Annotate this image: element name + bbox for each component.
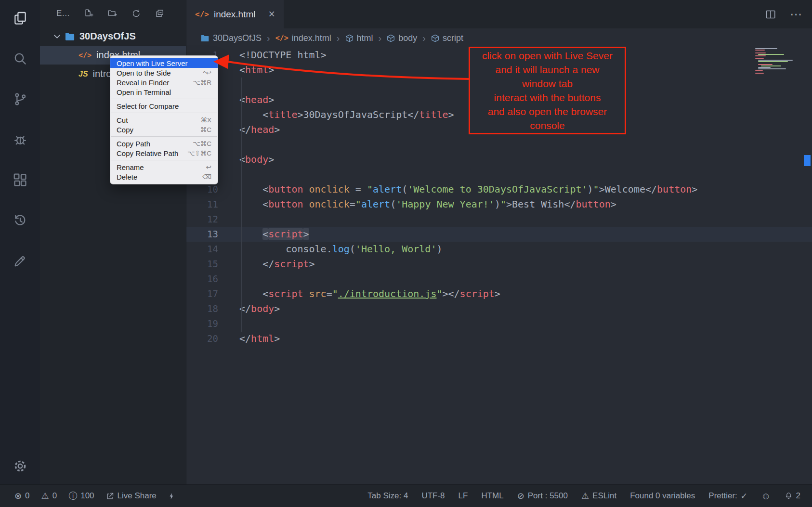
- line-number: 11: [186, 197, 239, 212]
- minimap-line: [755, 55, 766, 56]
- warnings-indicator[interactable]: ⚠ 0: [41, 491, 57, 501]
- info-indicator[interactable]: ⓘ 100: [68, 491, 94, 501]
- html-file-icon: </>: [195, 10, 209, 19]
- code-line-7[interactable]: 7: [186, 137, 812, 152]
- code-line-8[interactable]: 8<body>: [186, 152, 812, 167]
- annotation-line: console: [482, 118, 613, 132]
- eol-indicator[interactable]: LF: [458, 491, 468, 501]
- port-icon: ⊘: [517, 492, 524, 500]
- live-share-button[interactable]: Live Share: [106, 491, 157, 501]
- code-line-11[interactable]: 11 <button onclick="alert('Happy New Yea…: [186, 197, 812, 212]
- minimap[interactable]: [755, 48, 799, 74]
- root-folder-label: 30DaysOfJS: [79, 31, 136, 42]
- menu-separator: [111, 113, 217, 113]
- line-number: 13: [186, 227, 239, 242]
- minimap-line: [758, 68, 786, 69]
- split-editor-icon[interactable]: [765, 9, 776, 20]
- minimap-line: [758, 61, 788, 62]
- menu-item-copy-relative-path[interactable]: Copy Relative Path⌥⇧⌘C: [110, 148, 218, 158]
- eslint-indicator[interactable]: ⚠ ESLint: [581, 491, 616, 501]
- settings-gear-icon[interactable]: [10, 455, 31, 477]
- html-file-icon: </>: [275, 34, 288, 42]
- breadcrumb-item-body[interactable]: body: [387, 33, 417, 43]
- tab-size-indicator[interactable]: Tab Size: 4: [367, 491, 408, 501]
- minimap-line: [755, 73, 764, 74]
- code-line-18[interactable]: 18</body>: [186, 301, 812, 316]
- annotation-text: click on open with Live Severand it will…: [482, 49, 613, 132]
- port-indicator[interactable]: ⊘ Port : 5500: [517, 491, 568, 501]
- feedback-smiley[interactable]: ☺: [761, 491, 771, 501]
- tab-index-html[interactable]: </> index.html ×: [186, 0, 284, 28]
- code-line-12[interactable]: 12: [186, 212, 812, 227]
- search-icon[interactable]: [10, 48, 31, 69]
- menu-item-open-with-live-server[interactable]: Open with Live Server: [110, 58, 218, 68]
- line-number: 14: [186, 242, 239, 257]
- code-line-9[interactable]: 9: [186, 167, 812, 182]
- refresh-icon[interactable]: [131, 9, 141, 18]
- code-line-20[interactable]: 20</html>: [186, 331, 812, 346]
- folder-icon: [201, 35, 210, 42]
- edit-session-icon[interactable]: [10, 250, 31, 272]
- new-file-icon[interactable]: [84, 9, 93, 18]
- context-menu: Open with Live ServerOpen to the Side^↩R…: [110, 55, 218, 184]
- minimap-line: [758, 54, 784, 55]
- chevron-right-icon: ›: [337, 33, 340, 44]
- minimap-line: [755, 50, 765, 51]
- line-number: 16: [186, 272, 239, 286]
- tab-bar: </> index.html × ⋯: [186, 0, 812, 28]
- line-number: 17: [186, 286, 239, 301]
- collapse-all-icon[interactable]: [155, 9, 164, 18]
- menu-item-open-in-terminal[interactable]: Open in Terminal: [110, 87, 218, 97]
- errors-indicator[interactable]: ⊗ 0: [14, 491, 30, 501]
- html-file-icon: </>: [79, 51, 92, 60]
- chevron-right-icon: ›: [267, 33, 270, 44]
- menu-item-rename[interactable]: Rename↩: [110, 162, 218, 172]
- source-control-icon[interactable]: [10, 89, 31, 110]
- line-number: 20: [186, 331, 239, 346]
- line-number: 18: [186, 301, 239, 316]
- error-icon: ⊗: [14, 492, 22, 500]
- chevron-down-icon: [53, 34, 61, 39]
- menu-item-open-to-the-side[interactable]: Open to the Side^↩: [110, 68, 218, 78]
- close-icon[interactable]: ×: [269, 9, 275, 20]
- new-folder-icon[interactable]: [107, 9, 117, 18]
- minimap-line: [755, 58, 764, 59]
- sidebar-item-root-folder[interactable]: 30DaysOfJS: [40, 27, 186, 46]
- prettier-indicator[interactable]: Prettier: ✓: [708, 491, 747, 501]
- more-actions-icon[interactable]: ⋯: [790, 7, 802, 21]
- code-line-17[interactable]: 17 <script src="./introduction.js"></scr…: [186, 286, 812, 301]
- notifications-bell[interactable]: 2: [785, 491, 800, 501]
- minimap-line: [761, 65, 781, 66]
- explorer-icon[interactable]: [10, 8, 31, 29]
- variables-indicator[interactable]: Found 0 variables: [630, 491, 695, 501]
- code-line-13[interactable]: 13 <script>: [186, 227, 812, 242]
- breadcrumb-item-folder[interactable]: 30DaysOfJS: [201, 33, 262, 43]
- breadcrumb-item-html[interactable]: html: [345, 33, 373, 43]
- code-line-10[interactable]: 10 <button onclick = "alert('Welcome to …: [186, 182, 812, 197]
- menu-item-select-for-compare[interactable]: Select for Compare: [110, 101, 218, 111]
- minimap-line: [758, 60, 793, 61]
- debug-icon[interactable]: [10, 129, 31, 150]
- activity-bar: [0, 0, 40, 484]
- bolt-button[interactable]: [168, 492, 175, 501]
- breadcrumb-item-script[interactable]: script: [431, 33, 463, 43]
- breadcrumb-item-file[interactable]: </> index.html: [275, 33, 331, 43]
- bell-icon: [785, 492, 793, 500]
- code-line-14[interactable]: 14 console.log('Hello, World'): [186, 242, 812, 257]
- annotation-line: and also open the browser: [482, 104, 613, 118]
- menu-item-cut[interactable]: Cut⌘X: [110, 115, 218, 125]
- line-number: 19: [186, 316, 239, 331]
- menu-item-copy[interactable]: Copy⌘C: [110, 125, 218, 134]
- menu-item-copy-path[interactable]: Copy Path⌥⌘C: [110, 139, 218, 148]
- code-line-16[interactable]: 16: [186, 272, 812, 286]
- minimap-line: [755, 52, 766, 53]
- js-file-icon: JS: [79, 70, 88, 78]
- menu-item-delete[interactable]: Delete⌫: [110, 172, 218, 182]
- history-icon[interactable]: [10, 210, 31, 231]
- encoding-indicator[interactable]: UTF-8: [421, 491, 445, 501]
- extensions-icon[interactable]: [10, 169, 31, 191]
- menu-item-reveal-in-finder[interactable]: Reveal in Finder⌥⌘R: [110, 78, 218, 87]
- code-line-15[interactable]: 15 </script>: [186, 257, 812, 272]
- language-mode-indicator[interactable]: HTML: [481, 491, 503, 501]
- code-line-19[interactable]: 19: [186, 316, 812, 331]
